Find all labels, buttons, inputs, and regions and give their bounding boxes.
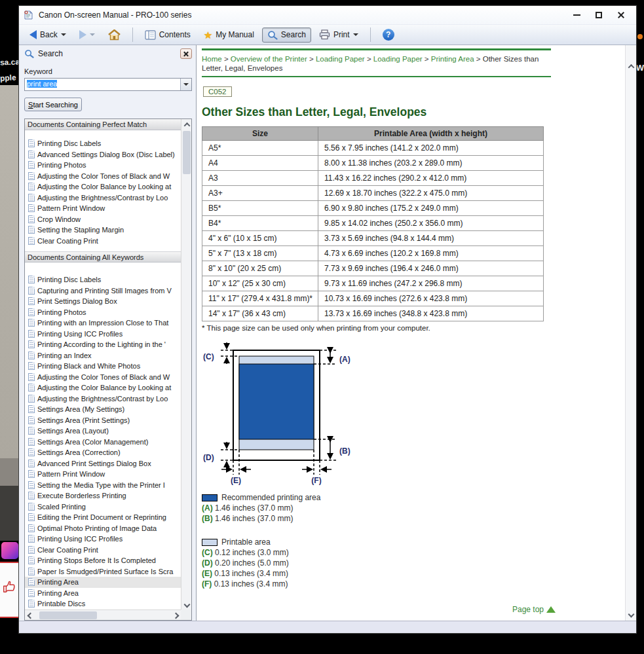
vertical-scroll-thumb[interactable] bbox=[183, 131, 191, 174]
breadcrumb-item[interactable]: Loading Paper > bbox=[373, 55, 431, 63]
print-dropdown-icon[interactable] bbox=[353, 33, 358, 36]
list-item[interactable]: Printing Using ICC Profiles bbox=[25, 534, 181, 545]
list-item[interactable]: Adjusting the Color Balance by Looking a… bbox=[25, 382, 181, 393]
list-item[interactable]: Pattern Print Window bbox=[25, 469, 181, 480]
forward-button[interactable] bbox=[74, 27, 100, 42]
scroll-up-button[interactable] bbox=[181, 119, 192, 130]
list-item[interactable]: Settings Area (Print Settings) bbox=[25, 415, 181, 426]
table-row: A3+12.69 x 18.70 inches (322.2 x 475.0 m… bbox=[202, 186, 544, 201]
list-item[interactable]: Adjusting the Color Tones of Black and W bbox=[25, 372, 181, 383]
scroll-down-button[interactable] bbox=[181, 599, 192, 609]
breadcrumb-item[interactable]: Printing Area > bbox=[431, 55, 483, 63]
list-item[interactable]: Optimal Photo Printing of Image Data bbox=[25, 523, 181, 534]
list-item[interactable]: Setting the Stapling Margin bbox=[25, 225, 181, 236]
keyword-input[interactable]: print area bbox=[25, 79, 180, 90]
document-icon bbox=[28, 438, 35, 446]
list-item[interactable]: Settings Area (Correction) bbox=[25, 447, 181, 458]
table-footnote: * This page size can be used only when p… bbox=[202, 324, 625, 332]
maximize-button[interactable] bbox=[588, 8, 610, 22]
diagram-label-f: (F) bbox=[311, 476, 321, 485]
list-item[interactable]: Clear Coating Print bbox=[25, 545, 181, 556]
keyword-dropdown-button[interactable] bbox=[180, 79, 191, 90]
contents-button[interactable]: Contents bbox=[140, 27, 196, 43]
document-icon bbox=[28, 297, 35, 305]
breadcrumb-item[interactable]: Overview of the Printer > bbox=[231, 55, 316, 63]
list-item[interactable]: Scaled Printing bbox=[25, 501, 181, 513]
document-icon bbox=[28, 600, 35, 608]
list-item[interactable]: Printing Area bbox=[25, 577, 181, 588]
search-button[interactable]: Search bbox=[262, 27, 311, 43]
list-item[interactable]: Printing Area bbox=[25, 588, 181, 599]
scroll-right-button[interactable] bbox=[170, 610, 181, 621]
list-item[interactable]: Execute Borderless Printing bbox=[25, 490, 181, 501]
list-item[interactable]: Settings Area (My Settings) bbox=[25, 404, 181, 415]
list-item[interactable]: Printing Stops Before It Is Completed bbox=[25, 555, 181, 566]
document-icon bbox=[28, 513, 35, 521]
list-item[interactable]: Print Settings Dialog Box bbox=[25, 296, 181, 307]
list-item[interactable]: Advanced Print Settings Dialog Box bbox=[25, 458, 181, 469]
scroll-down-button[interactable] bbox=[626, 609, 636, 619]
print-button[interactable]: Print bbox=[314, 27, 364, 43]
my-manual-button[interactable]: ★ My Manual bbox=[199, 27, 259, 43]
horizontal-scroll-thumb[interactable] bbox=[39, 611, 97, 619]
titlebar[interactable]: Canon On-screen Manual - PRO-100 series bbox=[19, 6, 636, 24]
document-icon bbox=[28, 427, 35, 435]
list-item[interactable]: Paper Is Smudged/Printed Surface Is Scra bbox=[25, 566, 181, 577]
list-item[interactable]: Settings Area (Color Management) bbox=[25, 437, 181, 448]
keyword-combobox[interactable]: print area bbox=[24, 78, 192, 91]
document-icon bbox=[28, 204, 35, 212]
diagram-label-c: (C) bbox=[203, 352, 214, 361]
table-row: A48.00 x 11.38 inches (203.2 x 289.0 mm) bbox=[202, 156, 544, 171]
breadcrumb-item[interactable]: Loading Paper > bbox=[316, 55, 373, 63]
start-searching-button[interactable]: Start Searching bbox=[24, 98, 82, 111]
close-button[interactable] bbox=[610, 8, 632, 22]
help-button[interactable]: ? bbox=[377, 26, 400, 43]
list-item[interactable]: Settings Area (Layout) bbox=[25, 426, 181, 437]
list-item[interactable]: Printing Disc Labels bbox=[25, 138, 181, 149]
scroll-left-button[interactable] bbox=[25, 610, 35, 621]
list-item[interactable]: Printing Photos bbox=[25, 307, 181, 318]
search-panel-close-button[interactable] bbox=[180, 48, 192, 59]
scroll-up-button[interactable] bbox=[626, 61, 636, 71]
content-scrollbar[interactable] bbox=[625, 45, 636, 621]
toolbar-separator bbox=[370, 27, 371, 42]
table-row: 10" x 12" (25 x 30 cm)9.73 x 11.69 inche… bbox=[202, 276, 544, 291]
window-title: Canon On-screen Manual - PRO-100 series bbox=[39, 10, 565, 20]
list-item[interactable]: Crop Window bbox=[25, 214, 181, 225]
list-item[interactable]: Adjusting the Color Balance by Looking a… bbox=[25, 181, 181, 192]
list-item[interactable]: Advanced Settings Dialog Box (Disc Label… bbox=[25, 149, 181, 160]
list-item[interactable]: Adjusting the Brightness/Contrast by Loo bbox=[25, 393, 181, 405]
home-button[interactable] bbox=[103, 27, 126, 43]
list-item[interactable]: Printing Disc Labels bbox=[25, 274, 181, 285]
legend-entry: (C) 0.12 inches (3.0 mm) bbox=[202, 548, 625, 557]
back-button[interactable]: Back bbox=[24, 27, 71, 42]
back-dropdown-icon[interactable] bbox=[61, 33, 66, 36]
list-item[interactable]: Adjusting the Color Tones of Black and W bbox=[25, 171, 181, 182]
list-item[interactable]: Printable Discs bbox=[25, 598, 181, 609]
list-item[interactable]: Clear Coating Print bbox=[25, 236, 181, 247]
list-item[interactable]: Setting the Media Type with the Printer … bbox=[25, 480, 181, 491]
list-item[interactable]: Capturing and Printing Still Images from… bbox=[25, 285, 181, 297]
back-icon bbox=[29, 30, 37, 39]
horizontal-scrollbar[interactable] bbox=[25, 609, 181, 620]
page-code-badge: C052 bbox=[203, 86, 232, 97]
search-panel: Search Keyword print area Start Searchin… bbox=[19, 45, 196, 621]
breadcrumb-item[interactable]: Home > bbox=[202, 55, 231, 63]
page-top-link[interactable]: Page top bbox=[512, 605, 556, 614]
list-item[interactable]: Printing Black and White Photos bbox=[25, 361, 181, 372]
list-item[interactable]: Adjusting the Brightness/Contrast by Loo bbox=[25, 192, 181, 204]
list-item[interactable]: Printing According to the Lighting in th… bbox=[25, 339, 181, 350]
legend-entry: (B) 1.46 inches (37.0 mm) bbox=[202, 514, 625, 523]
vertical-scrollbar[interactable] bbox=[181, 119, 191, 609]
list-item[interactable]: Pattern Print Window bbox=[25, 203, 181, 214]
list-item[interactable]: Editing the Print Document or Reprinting bbox=[25, 512, 181, 523]
toolbar: Back Contents ★ My Manual bbox=[19, 24, 636, 45]
list-item[interactable]: Printing Photos bbox=[25, 160, 181, 171]
list-item[interactable]: Printing Using ICC Profiles bbox=[25, 329, 181, 340]
minimize-button[interactable] bbox=[565, 8, 588, 22]
forward-icon bbox=[79, 30, 86, 39]
document-icon bbox=[28, 470, 35, 478]
diagram-label-e: (E) bbox=[231, 476, 241, 485]
list-item[interactable]: Printing with an Impression Close to Tha… bbox=[25, 318, 181, 329]
list-item[interactable]: Printing an Index bbox=[25, 350, 181, 361]
